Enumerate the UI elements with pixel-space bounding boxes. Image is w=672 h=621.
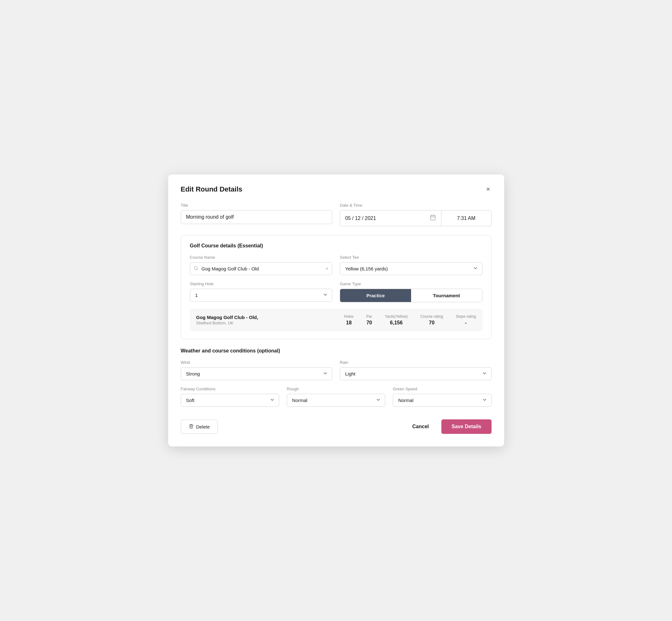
hole-gametype-row: Starting Hole 1 2 10 Game Type: [190, 282, 482, 302]
par-label: Par: [366, 314, 372, 319]
delete-label: Delete: [196, 424, 210, 429]
course-rating-label: Course rating: [420, 314, 443, 319]
starting-hole-select[interactable]: 1 2 10: [190, 289, 333, 302]
trash-icon: [189, 424, 194, 430]
fairway-rough-green-row: Fairway Conditions Firm Normal Soft Wet: [181, 386, 492, 407]
par-stat: Par 70: [366, 314, 372, 326]
golf-course-section: Golf Course details (Essential) Course N…: [181, 235, 492, 339]
course-tee-row: Course Name × Select Tee: [190, 255, 482, 275]
course-stats: Holes 18 Par 70 Yards(Yellow) 6,156 Cour…: [344, 314, 476, 326]
par-value: 70: [366, 320, 372, 326]
wind-select-wrapper: Calm Light Moderate Strong Very Strong: [181, 367, 333, 380]
title-label: Title: [181, 203, 333, 208]
starting-hole-group: Starting Hole 1 2 10: [190, 282, 333, 302]
green-speed-group: Green Speed Slow Normal Fast: [393, 386, 491, 407]
delete-button[interactable]: Delete: [181, 420, 218, 434]
starting-hole-wrapper: 1 2 10: [190, 289, 333, 302]
select-tee-input[interactable]: Yellow (6,156 yards): [340, 262, 482, 275]
fairway-label: Fairway Conditions: [181, 386, 279, 391]
course-search-wrapper: ×: [190, 262, 333, 275]
rough-label: Rough: [287, 386, 385, 391]
yards-label: Yards(Yellow): [385, 314, 408, 319]
course-name-input[interactable]: [190, 262, 333, 275]
calendar-icon: [430, 214, 436, 222]
datetime-label: Date & Time: [340, 203, 492, 208]
cancel-button[interactable]: Cancel: [407, 420, 434, 433]
starting-hole-label: Starting Hole: [190, 282, 333, 286]
slope-rating-label: Slope rating: [456, 314, 476, 319]
course-rating-value: 70: [420, 320, 443, 326]
modal-title: Edit Round Details: [181, 185, 243, 194]
green-speed-select-wrapper: Slow Normal Fast: [393, 394, 491, 407]
wind-rain-row: Wind Calm Light Moderate Strong Very Str…: [181, 360, 492, 380]
date-input[interactable]: 05 / 12 / 2021: [340, 210, 441, 226]
modal-header: Edit Round Details ×: [181, 184, 492, 194]
golf-course-title: Golf Course details (Essential): [190, 243, 482, 249]
title-input[interactable]: [181, 210, 333, 224]
course-rating-stat: Course rating 70: [420, 314, 443, 326]
footer-right: Cancel Save Details: [407, 419, 492, 434]
wind-group: Wind Calm Light Moderate Strong Very Str…: [181, 360, 333, 380]
wind-label: Wind: [181, 360, 333, 365]
close-button[interactable]: ×: [485, 184, 492, 194]
yards-stat: Yards(Yellow) 6,156: [385, 314, 408, 326]
game-type-label: Game Type: [340, 282, 482, 286]
edit-round-modal: Edit Round Details × Title Date & Time 0…: [168, 174, 504, 447]
fairway-select-wrapper: Firm Normal Soft Wet: [181, 394, 279, 407]
svg-line-5: [197, 269, 198, 270]
rough-select-wrapper: Short Normal Long: [287, 394, 385, 407]
tournament-toggle-btn[interactable]: Tournament: [411, 289, 482, 302]
fairway-group: Fairway Conditions Firm Normal Soft Wet: [181, 386, 279, 407]
game-type-group: Game Type Practice Tournament: [340, 282, 482, 302]
holes-label: Holes: [344, 314, 354, 319]
title-field-group: Title: [181, 203, 333, 226]
modal-footer: Delete Cancel Save Details: [181, 417, 492, 434]
green-speed-label: Green Speed: [393, 386, 491, 391]
rain-select[interactable]: None Light Moderate Heavy: [340, 367, 492, 380]
select-tee-group: Select Tee Yellow (6,156 yards): [340, 255, 482, 275]
course-name-label: Course Name: [190, 255, 333, 260]
game-type-toggle: Practice Tournament: [340, 289, 482, 302]
select-tee-wrapper: Yellow (6,156 yards): [340, 262, 482, 275]
svg-rect-0: [430, 215, 435, 220]
course-info-location: Shelford Bottom, UK: [196, 321, 344, 325]
datetime-group: 05 / 12 / 2021 7:31 AM: [340, 210, 492, 226]
yards-value: 6,156: [385, 320, 408, 326]
top-row: Title Date & Time 05 / 12 / 2021: [181, 203, 492, 226]
rough-group: Rough Short Normal Long: [287, 386, 385, 407]
date-value: 05 / 12 / 2021: [345, 215, 376, 221]
search-icon: [194, 266, 198, 272]
holes-stat: Holes 18: [344, 314, 354, 326]
course-info-card: Gog Magog Golf Club - Old, Shelford Bott…: [190, 308, 482, 331]
course-info-name: Gog Magog Golf Club - Old, Shelford Bott…: [196, 315, 344, 325]
weather-section: Weather and course conditions (optional)…: [181, 348, 492, 407]
rain-label: Rain: [340, 360, 492, 365]
practice-toggle-btn[interactable]: Practice: [340, 289, 411, 302]
time-value: 7:31 AM: [457, 215, 475, 221]
save-button[interactable]: Save Details: [442, 419, 491, 434]
course-info-name-text: Gog Magog Golf Club - Old,: [196, 315, 344, 320]
holes-value: 18: [344, 320, 354, 326]
wind-select[interactable]: Calm Light Moderate Strong Very Strong: [181, 367, 333, 380]
select-tee-label: Select Tee: [340, 255, 482, 260]
course-name-group: Course Name ×: [190, 255, 333, 275]
slope-rating-value: -: [456, 320, 476, 326]
rough-select[interactable]: Short Normal Long: [287, 394, 385, 407]
weather-title: Weather and course conditions (optional): [181, 348, 492, 354]
time-input[interactable]: 7:31 AM: [441, 210, 492, 226]
rain-group: Rain None Light Moderate Heavy: [340, 360, 492, 380]
slope-rating-stat: Slope rating -: [456, 314, 476, 326]
green-speed-select[interactable]: Slow Normal Fast: [393, 394, 491, 407]
fairway-select[interactable]: Firm Normal Soft Wet: [181, 394, 279, 407]
rain-select-wrapper: None Light Moderate Heavy: [340, 367, 492, 380]
clear-icon[interactable]: ×: [326, 266, 328, 272]
datetime-field-group: Date & Time 05 / 12 / 2021 7:31 AM: [340, 203, 492, 226]
